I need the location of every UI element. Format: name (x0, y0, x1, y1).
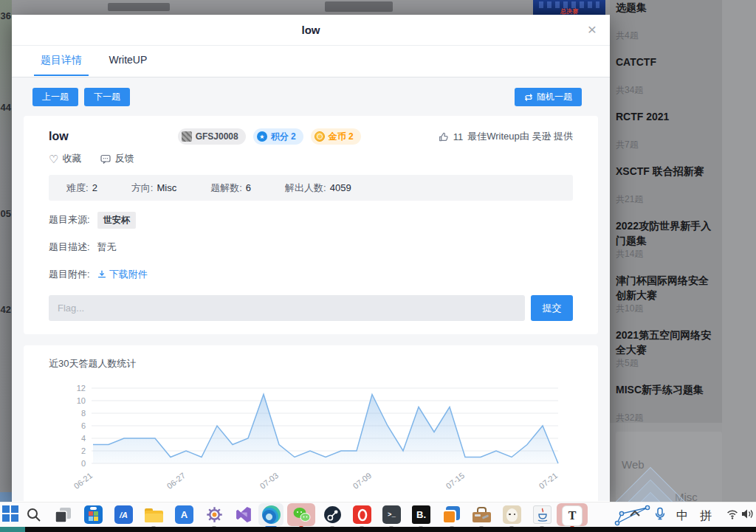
wechat-button[interactable] (292, 505, 311, 524)
flag-input[interactable] (49, 295, 525, 321)
b-dot-app-button[interactable]: B. (412, 505, 430, 524)
tray-expand-caret-icon[interactable] (630, 511, 640, 517)
thumbs-up-icon[interactable] (439, 131, 449, 142)
tab-challenge-detail[interactable]: 题目详情 (34, 46, 89, 75)
description-label: 题目描述: (49, 241, 90, 254)
random-challenge-label: 随机一题 (537, 91, 572, 103)
stat-item: 题解数:6 (210, 182, 251, 195)
microphone-icon[interactable] (654, 506, 666, 522)
banner-decoration (539, 1, 599, 8)
svg-text:07-15: 07-15 (444, 471, 467, 491)
attachment-row: 题目附件: 下载附件 (49, 266, 573, 283)
problem-sets-list: 选题集共4题CATCTF共34题RCTF 2021共7题XSCTF 联合招新赛共… (610, 0, 722, 423)
sheep-icon (503, 505, 521, 524)
search-button[interactable] (24, 505, 43, 524)
submit-flag-button[interactable]: 提交 (531, 295, 573, 321)
source-badge: 世安杯 (97, 212, 136, 229)
folder-icon (145, 505, 163, 524)
radar-shape (616, 461, 722, 502)
score-text: 积分 2 (271, 131, 296, 143)
download-attachment-link[interactable]: 下载附件 (97, 268, 148, 281)
svg-text:4: 4 (81, 434, 86, 443)
svg-text:06-27: 06-27 (165, 471, 188, 491)
banner-text: 总决赛 (533, 8, 605, 15)
ime-lang-chinese[interactable]: 中 (676, 508, 688, 524)
problem-set-count: 共10题 (616, 303, 715, 315)
gear-icon (205, 505, 224, 524)
windows-start-button[interactable] (2, 505, 21, 524)
download-attachment-label: 下载附件 (109, 268, 148, 281)
problem-set-item[interactable]: 选题集共4题 (616, 0, 715, 42)
windows-taskbar: /A A (0, 502, 756, 527)
stats-bar: 难度:2方向:Misc题解数:6解出人数:4059 (49, 175, 573, 201)
file-explorer-button[interactable] (145, 505, 163, 524)
steam-button[interactable] (323, 505, 342, 524)
heart-icon: ♡ (49, 154, 58, 164)
ia-app-button[interactable]: /A (114, 505, 133, 524)
flag-submit-row: 提交 (49, 295, 573, 321)
challenge-id-badge: GFSJ0008 (178, 128, 246, 145)
challenge-id-text: GFSJ0008 (196, 131, 238, 142)
visual-studio-button[interactable] (235, 505, 253, 524)
problem-set-title: MISC新手练习题集 (616, 382, 715, 412)
background-partial-number: 36 (1, 10, 11, 21)
source-row: 题目来源: 世安杯 (49, 212, 573, 228)
next-challenge-button[interactable]: 下一题 (84, 88, 130, 106)
stat-label: 题解数: (210, 182, 242, 193)
visual-studio-icon (235, 505, 253, 524)
svg-text:07-09: 07-09 (351, 471, 374, 491)
favorite-button[interactable]: ♡ 收藏 (49, 152, 81, 165)
problem-set-item[interactable]: RCTF 2021共7题 (616, 109, 715, 151)
sheep-app-button[interactable] (503, 505, 521, 524)
toolbox-app-button[interactable] (472, 505, 491, 524)
settings-gear-button[interactable] (205, 505, 224, 524)
close-icon[interactable]: × (588, 15, 597, 44)
edge-browser-button[interactable] (262, 505, 281, 524)
problem-set-count: 共21题 (616, 193, 715, 206)
challenge-info-card: low GFSJ0008 ★ 积分 2 金币 2 (24, 116, 598, 334)
background-partial-number: 44 (1, 102, 11, 113)
tab-writeup[interactable]: WriteUP (102, 46, 154, 74)
score-badge: ★ 积分 2 (253, 128, 303, 145)
svg-text:6: 6 (81, 421, 86, 430)
terminal-icon: >_ (382, 505, 401, 524)
problem-set-item[interactable]: CATCTF共34题 (616, 55, 715, 97)
problem-set-item[interactable]: 2022攻防世界新手入门题集共14题 (616, 218, 715, 260)
problem-set-count: 共14题 (616, 248, 715, 260)
feedback-button[interactable]: 反馈 (100, 152, 134, 165)
stat-item: 难度:2 (66, 182, 97, 195)
prev-challenge-button[interactable]: 上一题 (32, 88, 78, 106)
terminal-button[interactable]: >_ (382, 505, 401, 524)
problem-set-item[interactable]: 2021第五空间网络安全大赛共5题 (616, 328, 715, 370)
challenge-name: low (49, 130, 69, 143)
java-button[interactable] (533, 505, 551, 524)
typora-button[interactable]: T (562, 505, 580, 524)
vmware-button[interactable] (442, 505, 461, 524)
problem-set-item[interactable]: XSCTF 联合招新赛共21题 (616, 164, 715, 206)
problem-set-title: CATCTF (616, 55, 715, 84)
microsoft-store-button[interactable] (84, 505, 103, 524)
attachment-label: 题目附件: (49, 268, 90, 281)
speaker-icon[interactable] (741, 508, 756, 520)
background-left-strip: 36440542 (0, 0, 12, 502)
writeup-like-area: 11 最佳Writeup由 吴逊 提供 (439, 130, 573, 143)
a-hex-app-button[interactable]: A (175, 505, 193, 524)
contest-banner-thumbnail: 总决赛 (533, 0, 605, 15)
opera-button[interactable] (353, 505, 371, 524)
download-icon (97, 270, 106, 279)
ia-app-icon: /A (114, 505, 133, 524)
screen-bottom-bar (0, 527, 756, 532)
coin-badge: 金币 2 (311, 128, 361, 145)
challenge-actions-row: ♡ 收藏 反馈 (49, 152, 573, 165)
ime-pinyin-mode[interactable]: 拼 (700, 508, 712, 524)
wifi-icon[interactable] (726, 508, 739, 520)
random-challenge-button[interactable]: 随机一题 (515, 88, 582, 106)
solvers-trend-chart: 02468101206-2106-2707-0307-0907-1507-21 (62, 381, 579, 500)
problem-set-item[interactable]: MISC新手练习题集共32题 (616, 382, 715, 423)
task-view-button[interactable] (54, 505, 72, 524)
modal-title: low (12, 15, 610, 46)
problem-set-count: 共34题 (616, 84, 715, 97)
problem-set-title: XSCTF 联合招新赛 (616, 164, 715, 193)
problem-set-item[interactable]: 津门杯国际网络安全创新大赛共10题 (616, 273, 715, 315)
svg-text:8: 8 (81, 409, 86, 418)
